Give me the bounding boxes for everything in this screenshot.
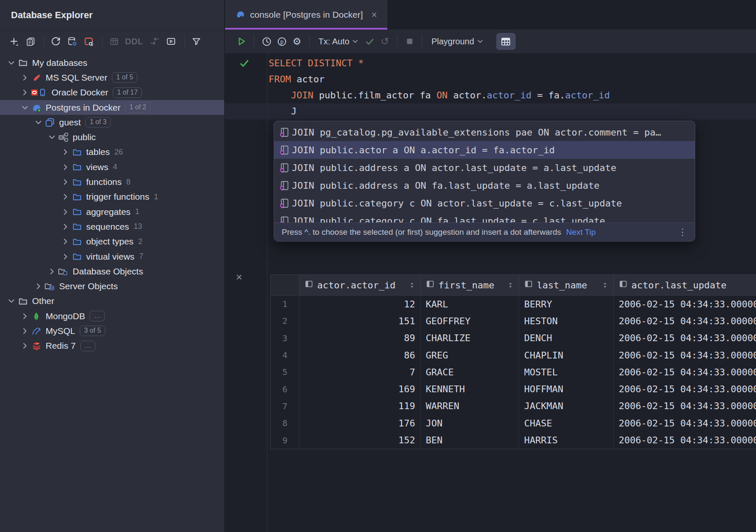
table-cell[interactable]: KENNETH [421,380,519,397]
chevron-right-icon[interactable] [19,87,30,98]
tree-row-guest[interactable]: guest1 of 3 [0,115,224,130]
table-cell[interactable]: WARREN [421,398,519,415]
table-cell[interactable]: 89 [299,330,421,347]
close-tab-icon[interactable]: × [371,10,377,20]
tree-row-trigger-functions[interactable]: trigger functions1 [0,190,224,204]
chevron-right-icon[interactable] [60,147,71,157]
tree-row-redis-7[interactable]: Redis 7… [0,339,224,353]
chevron-down-icon[interactable] [33,117,44,128]
sort-icon[interactable] [507,281,514,289]
chevron-right-icon[interactable] [19,311,30,322]
play-button[interactable] [234,34,249,49]
table-cell[interactable]: 152 [299,432,421,448]
table-cell[interactable]: GREG [421,347,519,364]
copy-button[interactable] [23,34,38,49]
table-cell[interactable]: GEOFFREY [421,312,519,329]
row-number[interactable]: 6 [271,380,299,397]
table-cell[interactable]: CHARLIZE [421,330,519,347]
table-cell[interactable]: 7 [299,364,421,380]
completion-item[interactable]: JOIN public.address a ON actor.last_upda… [274,159,695,176]
column-header-last-name[interactable]: last_name [519,275,614,295]
tree-row-mongodb[interactable]: MongoDB… [0,309,224,323]
chevron-right-icon[interactable] [60,221,71,232]
chevron-down-icon[interactable] [19,102,30,113]
chevron-right-icon[interactable] [60,162,71,173]
table-cell[interactable]: 2006-02-15 04:34:33.00000 [614,398,756,415]
tree-row-tables[interactable]: tables26 [0,145,224,160]
table-cell[interactable]: 2006-02-15 04:34:33.00000 [614,296,756,312]
table-cell[interactable]: CHAPLIN [519,347,614,364]
row-number[interactable]: 3 [271,330,299,347]
chevron-right-icon[interactable] [46,266,57,277]
tree-row-database-objects[interactable]: Database Objects [0,264,224,279]
tree-row-public[interactable]: public [0,130,224,144]
gear-button[interactable]: ⚙ [289,34,305,49]
row-number[interactable]: 5 [271,364,299,380]
table-cell[interactable]: 119 [299,398,421,415]
table-cell[interactable]: 169 [299,380,421,397]
filter-button[interactable] [189,34,204,49]
column-header-first-name[interactable]: first_name [421,275,519,295]
tree-row-my-databases[interactable]: My databases [0,55,224,70]
completion-item[interactable]: JOIN pg_catalog.pg_available_extensions … [274,123,695,141]
table-cell[interactable]: HESTON [519,312,614,329]
sort-icon[interactable] [409,281,415,289]
tree-row-virtual-views[interactable]: virtual views7 [0,249,224,264]
chevron-down-icon[interactable] [352,38,359,45]
table-cell[interactable]: MOSTEL [519,364,614,380]
row-number[interactable]: 4 [271,347,299,364]
chevron-right-icon[interactable] [19,340,30,351]
chevron-down-icon[interactable] [46,132,57,143]
table-view-toggle-button[interactable] [496,33,516,50]
tree-row-other[interactable]: Other [0,294,224,309]
tree-row-sequences[interactable]: sequences13 [0,219,224,234]
chevron-right-icon[interactable] [60,176,71,187]
row-number[interactable]: 9 [271,432,299,448]
table-cell[interactable]: 2006-02-15 04:34:33.00000 [614,415,756,432]
p-circle-button[interactable]: p [274,34,289,49]
table-cell[interactable]: KARL [421,296,519,312]
chevron-right-icon[interactable] [60,236,71,247]
row-number[interactable]: 7 [271,398,299,415]
table-cell[interactable]: 2006-02-15 04:34:33.00000 [614,347,756,364]
table-cell[interactable]: 2006-02-15 04:34:33.00000 [614,312,756,329]
chevron-right-icon[interactable] [33,281,44,292]
chevron-right-icon[interactable] [19,326,30,337]
table-cell[interactable]: GRACE [421,364,519,380]
kebab-menu-icon[interactable]: ⋮ [678,227,687,238]
tree-row-mysql[interactable]: MySQL3 of 5 [0,323,224,338]
tree-row-views[interactable]: views4 [0,160,224,174]
table-cell[interactable]: 2006-02-15 04:34:33.00000 [614,380,756,397]
tx-auto-dropdown[interactable]: Tx: Auto [318,37,349,46]
column-header-actor-actor-id[interactable]: actor.actor_id [299,275,421,295]
chevron-down-icon[interactable] [6,57,17,68]
completion-item[interactable]: JOIN public.category c ON actor.last_upd… [274,194,695,212]
chevron-right-icon[interactable] [60,206,71,217]
table-cell[interactable]: 86 [299,347,421,364]
next-tip-link[interactable]: Next Tip [566,228,596,237]
table-cell[interactable]: 151 [299,312,421,329]
playground-dropdown[interactable]: Playground [431,37,474,46]
table-cell[interactable]: DENCH [519,330,614,347]
completion-item[interactable]: JOIN public.actor a ON a.actor_id = fa.a… [274,141,695,159]
row-number[interactable]: 1 [271,296,299,312]
table-cell[interactable]: JON [421,415,519,432]
row-number[interactable]: 8 [271,415,299,432]
tab-console-postgres[interactable]: console [Postgres in Docker] × [225,0,387,30]
chevron-right-icon[interactable] [19,72,30,83]
tree-row-object-types[interactable]: object types2 [0,234,224,249]
table-cell[interactable]: 2006-02-15 04:34:33.00000 [614,364,756,380]
close-results-icon[interactable]: × [232,270,246,284]
table-cell[interactable]: JACKMAN [519,398,614,415]
tree-row-functions[interactable]: functions8 [0,174,224,189]
table-cell[interactable]: 2006-02-15 04:34:33.00000 [614,432,756,448]
tree-row-aggregates[interactable]: aggregates1 [0,204,224,219]
chevron-down-icon[interactable] [6,296,17,307]
row-number[interactable]: 2 [271,312,299,329]
table-cell[interactable]: CHASE [519,415,614,432]
chevron-right-icon[interactable] [60,191,71,202]
ddl-button[interactable]: DDL [125,37,143,46]
tree-row-server-objects[interactable]: Server Objects [0,279,224,293]
table-cell[interactable]: HARRIS [519,432,614,448]
tree-row-postgres-in-docker[interactable]: Postgres in Docker1 of 2 [0,100,224,115]
